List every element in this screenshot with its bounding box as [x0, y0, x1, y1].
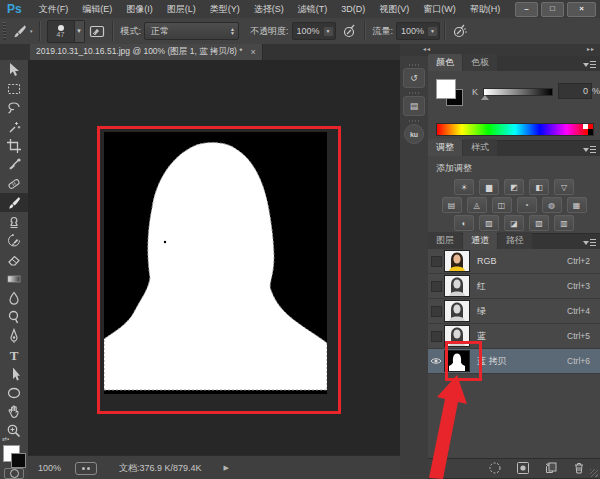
- brush-preset-dropdown-arrow[interactable]: ▼: [75, 20, 85, 43]
- path-select-tool[interactable]: [0, 364, 28, 383]
- menu-item-4[interactable]: 类型(Y): [203, 1, 247, 18]
- minimize-button[interactable]: –: [515, 2, 538, 17]
- lasso-tool[interactable]: [0, 98, 28, 117]
- magic-wand-tool[interactable]: [0, 117, 28, 136]
- dock-grip[interactable]: [409, 120, 419, 122]
- channel-visibility-toggle[interactable]: [428, 281, 444, 292]
- move-tool[interactable]: [0, 60, 28, 79]
- channel-thumbnail[interactable]: [444, 250, 470, 272]
- channels-tab-图层[interactable]: 图层: [428, 232, 462, 249]
- canvas-area[interactable]: [28, 60, 400, 455]
- blur-tool[interactable]: [0, 288, 28, 307]
- menu-item-6[interactable]: 滤镜(T): [291, 1, 335, 18]
- blend-mode-select[interactable]: 正常 ▲▼: [144, 22, 239, 40]
- panel-menu-icon[interactable]: [583, 238, 596, 247]
- zoom-level-field[interactable]: 100%: [38, 463, 61, 473]
- channel-visibility-toggle[interactable]: [428, 331, 444, 342]
- hue-saturation-adjustment-icon[interactable]: ▤: [442, 197, 462, 213]
- black-white-adjustment-icon[interactable]: ◫: [492, 197, 512, 213]
- channel-row-绿[interactable]: 绿Ctrl+4: [428, 299, 600, 324]
- gradient-map-adjustment-icon[interactable]: ▥: [554, 215, 574, 231]
- options-grip[interactable]: [3, 22, 6, 40]
- channels-tab-通道[interactable]: 通道: [463, 232, 497, 249]
- brush-preset-picker[interactable]: 47 ▼: [47, 20, 85, 43]
- chevron-down-icon[interactable]: ▼: [428, 27, 437, 36]
- healing-brush-tool[interactable]: [0, 174, 28, 193]
- color-spectrum-ramp[interactable]: [436, 123, 594, 136]
- channel-visibility-toggle[interactable]: [428, 256, 444, 267]
- color-tab-颜色[interactable]: 颜色: [428, 54, 462, 71]
- opacity-pressure-button[interactable]: [342, 23, 358, 39]
- channel-thumbnail[interactable]: [444, 300, 470, 322]
- menu-item-7[interactable]: 3D(D): [334, 1, 372, 18]
- brush-tool-option-button[interactable]: ▾: [11, 23, 33, 40]
- photo-filter-adjustment-icon[interactable]: ◔: [517, 197, 537, 213]
- document-tab[interactable]: 2019.10.31_10.16.51.jpg @ 100% (图层 1, 蓝 …: [30, 44, 263, 60]
- menu-item-1[interactable]: 编辑(E): [75, 1, 119, 18]
- channel-thumbnail[interactable]: [444, 275, 470, 297]
- airbrush-toggle-button[interactable]: [452, 23, 468, 39]
- quick-mask-button[interactable]: [4, 468, 24, 479]
- menu-item-2[interactable]: 图像(I): [119, 1, 160, 18]
- kuler-panel-icon[interactable]: ku: [404, 124, 424, 144]
- expand-dock-icon[interactable]: ►►: [586, 46, 594, 52]
- close-button[interactable]: ×: [567, 2, 596, 17]
- brush-tool[interactable]: [0, 193, 28, 212]
- hand-tool[interactable]: [0, 402, 28, 421]
- pen-tool[interactable]: [0, 326, 28, 345]
- panel-menu-icon[interactable]: [583, 60, 596, 69]
- channel-row-红[interactable]: 红Ctrl+3: [428, 274, 600, 299]
- gradient-tool[interactable]: [0, 269, 28, 288]
- dodge-tool[interactable]: [0, 307, 28, 326]
- eraser-tool[interactable]: [0, 250, 28, 269]
- vibrance-adjustment-icon[interactable]: ▽: [554, 179, 574, 195]
- maximize-button[interactable]: □: [541, 2, 564, 17]
- history-brush-tool[interactable]: [0, 231, 28, 250]
- k-slider-thumb[interactable]: [481, 95, 489, 100]
- resize-grip[interactable]: [590, 469, 598, 477]
- flow-input[interactable]: 100% ▼: [396, 22, 440, 40]
- toggle-brush-panel-button[interactable]: [89, 24, 106, 39]
- menu-item-9[interactable]: 窗口(W): [416, 1, 463, 18]
- dock-grip[interactable]: [409, 92, 419, 94]
- delete-channel-button[interactable]: [572, 461, 586, 477]
- menu-item-10[interactable]: 帮助(H): [463, 1, 508, 18]
- adjustments-tab-样式[interactable]: 样式: [463, 139, 497, 156]
- save-selection-as-channel-button[interactable]: [516, 461, 530, 477]
- load-selection-button[interactable]: [488, 461, 502, 477]
- chevron-down-icon[interactable]: ▼: [324, 27, 333, 36]
- foreground-color-swatch[interactable]: [436, 79, 456, 99]
- properties-panel-icon[interactable]: ▤: [403, 96, 425, 116]
- channels-tab-路径[interactable]: 路径: [498, 232, 532, 249]
- invert-adjustment-icon[interactable]: ◐: [454, 215, 474, 231]
- eyedropper-tool[interactable]: [0, 155, 28, 174]
- type-tool[interactable]: T: [0, 345, 28, 364]
- document-size-info[interactable]: 文档:376.9 K/879.4K: [119, 462, 202, 475]
- menu-item-8[interactable]: 视图(V): [372, 1, 416, 18]
- panel-menu-icon[interactable]: [583, 145, 596, 154]
- exposure-adjustment-icon[interactable]: ◧: [529, 179, 549, 195]
- adjustments-tab-调整[interactable]: 调整: [428, 139, 462, 156]
- marquee-tool[interactable]: [0, 79, 28, 98]
- menu-item-5[interactable]: 选择(S): [247, 1, 291, 18]
- black-swatch[interactable]: [588, 129, 593, 135]
- crop-tool[interactable]: [0, 136, 28, 155]
- menu-item-0[interactable]: 文件(F): [32, 1, 76, 18]
- channel-mixer-adjustment-icon[interactable]: ◍: [542, 197, 562, 213]
- color-balance-adjustment-icon[interactable]: ◬: [467, 197, 487, 213]
- levels-adjustment-icon[interactable]: ▆: [479, 179, 499, 195]
- selective-color-adjustment-icon[interactable]: ▧: [529, 215, 549, 231]
- swap-colors-icon[interactable]: ⇄▪: [2, 435, 26, 443]
- collapse-dock-icon[interactable]: ◄◄: [422, 46, 430, 52]
- color-tab-色板[interactable]: 色板: [463, 54, 497, 71]
- color-lookup-adjustment-icon[interactable]: ▦: [567, 197, 587, 213]
- opacity-input[interactable]: 100% ▼: [292, 22, 336, 40]
- dock-grip[interactable]: [409, 64, 419, 66]
- posterize-adjustment-icon[interactable]: ▨: [479, 215, 499, 231]
- shape-tool[interactable]: [0, 383, 28, 402]
- channel-visibility-toggle[interactable]: [428, 306, 444, 317]
- threshold-adjustment-icon[interactable]: ◪: [504, 215, 524, 231]
- channel-row-RGB[interactable]: RGBCtrl+2: [428, 249, 600, 274]
- curves-adjustment-icon[interactable]: ◩: [504, 179, 524, 195]
- close-tab-icon[interactable]: ×: [251, 47, 256, 57]
